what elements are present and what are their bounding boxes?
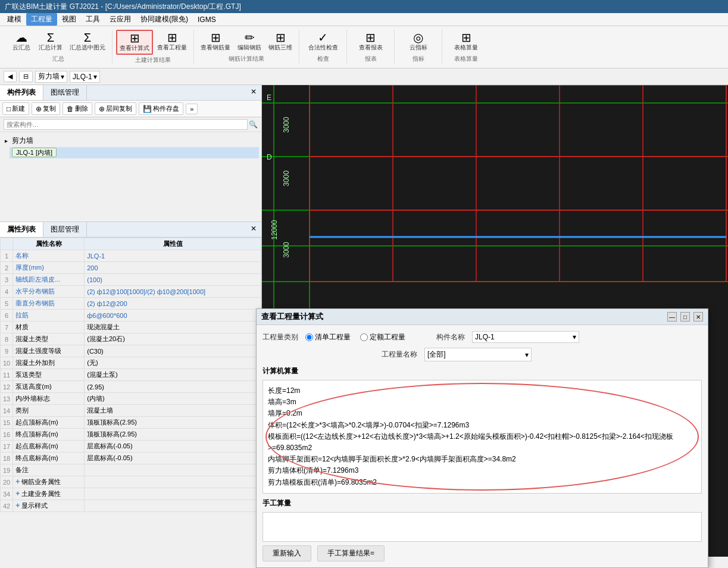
menu-item-cloud[interactable]: 云应用 [105,13,136,26]
view-quantity-button[interactable]: ⊞ 查看工程量 [154,30,190,55]
grid2-icon: ⊞ [167,32,177,43]
view-steel-button[interactable]: ⊞ 查看钢筋量 [198,30,233,54]
radio-qingdan[interactable]: 清单工程量 [305,332,351,342]
manual-result-button[interactable]: 手工算量结果= [317,545,385,561]
formula-area: 长度=12m墙高=3m墙厚=0.2m体积=(12<长度>*3<墙高>*0.2<墙… [263,380,702,494]
baobiao-items: ⊞ 查看报表 [356,30,386,54]
more-button[interactable]: » [186,104,198,114]
search-icon: 🔍 [249,120,258,129]
row-value[interactable]: (2) ф12@200 [85,298,261,310]
huizong-group-label: 汇总 [52,55,64,63]
radio-dinge-input[interactable] [360,333,368,341]
legal-check-button[interactable]: ✓ 合法性检查 [305,30,341,54]
row-name: 起点底标高(m) [13,441,85,452]
component-name-arrow: ▾ [573,333,576,341]
left-arrow-button[interactable]: ◀ [4,71,17,82]
row-value[interactable]: JLQ-1 [85,250,261,262]
row-name: 名称 [13,250,85,262]
edit-steel-label: 编辑钢筋 [238,43,261,52]
copy-component-button[interactable]: ⊕ 复制 [32,102,60,115]
component-badge[interactable]: JLQ-1 [内墙] [12,148,57,157]
selected-calc-button[interactable]: Σ 汇总选中图元 [67,30,108,54]
plus-icon[interactable]: + [15,489,20,498]
menu-item-build[interactable]: 建模 [2,13,26,26]
view-report-button[interactable]: ⊞ 查看报表 [356,30,386,54]
menu-item-collab[interactable]: 协同建模(限免) [136,13,193,26]
filter-id-value-box[interactable]: JLQ-1 ▾ [70,71,100,83]
ribbon-group-gangjin: ⊞ 查看钢筋量 ✏ 编辑钢筋 ⊞ 钢筋三维 钢筋计算结果 [194,30,299,63]
plus-icon[interactable]: + [15,501,20,510]
row-num: 10 [1,357,13,369]
delete-component-button[interactable]: 🗑 删除 [63,102,92,115]
formula-line: 墙高=3m [268,397,696,408]
filter-type-value: 剪力墙 [38,71,60,82]
radio-qingdan-input[interactable] [305,333,313,341]
row-name: + 土建业务属性 [13,488,85,500]
baobiao-group-label: 报表 [365,55,377,63]
row-value: (无) [85,357,261,369]
quantity-name-dropdown[interactable]: [全部] ▾ [424,348,532,361]
dialog-window-controls: — □ ✕ [667,312,703,322]
quantity-name-label: 工程量名称 [382,349,417,360]
dialog-close-button[interactable]: ✕ [693,312,703,322]
row-value[interactable]: (2) ф12@100[1000]/(2) ф10@200[1000] [85,286,261,298]
plus-icon[interactable]: + [15,478,20,486]
dialog-maximize-button[interactable]: □ [680,312,690,322]
search-input[interactable] [4,119,248,130]
row-value[interactable]: (100) [85,274,261,286]
component-panel-close[interactable]: ✕ [246,85,261,100]
filter-id-combo: JLQ-1 ▾ [70,71,100,83]
properties-table: 属性名称 属性值 1名称JLQ-12厚度(mm)2003轴线距左墙皮...(10… [0,238,261,512]
col-num [1,238,13,250]
legal-check-label: 合法性检查 [308,43,338,52]
tab-drawing-mgmt[interactable]: 图纸管理 [43,85,87,100]
attr-panel-close[interactable]: ✕ [246,222,261,237]
reinput-button[interactable]: 重新输入 [263,545,311,561]
layer-copy-button[interactable]: ⊕ 层间复制 [95,102,136,115]
save-component-button[interactable]: 💾 构件存盘 [139,102,183,115]
dialog-minimize-button[interactable]: — [667,312,677,322]
table-row: 8混凝土类型(混凝土20石) [1,333,261,345]
new-component-button[interactable]: □ 新建 [2,102,29,115]
menu-item-quantity[interactable]: 工程量 [26,13,57,26]
ribbon: ☁ 云汇总 Σ 汇总计算 Σ 汇总选中图元 汇总 ⊞ 查看计算式 [0,26,728,68]
cloud-index-button[interactable]: ◎ 云指标 [405,30,432,54]
filter-type-combo[interactable]: 剪力墙 ▾ [35,71,67,83]
tab-layer-mgmt[interactable]: 图层管理 [43,222,87,237]
row-num: 6 [1,310,13,322]
row-value[interactable]: ф6@600*600 [85,310,261,322]
manual-calc-area[interactable] [263,512,702,542]
ribbon-group-huizong: ☁ 云汇总 Σ 汇总计算 Σ 汇总选中图元 汇总 [5,30,113,63]
edit-steel-button[interactable]: ✏ 编辑钢筋 [235,30,264,54]
row-num: 11 [1,369,13,381]
row-value: 顶板顶标高(2.95) [85,429,261,441]
menu-item-view[interactable]: 视图 [57,13,81,26]
table-row: 16终点顶标高(m)顶板顶标高(2.95) [1,429,261,441]
tab-component-list[interactable]: 构件列表 [0,85,43,100]
component-name-dropdown[interactable]: JLQ-1 ▾ [472,331,579,343]
title-bar: 广联达BIM土建计量 GTJ2021 - [C:/Users/Administr… [0,0,728,13]
row-value: (C30) [85,345,261,357]
total-calc-button[interactable]: Σ 汇总计算 [36,30,65,54]
row-value[interactable]: 200 [85,262,261,274]
tree-root-item[interactable]: ▸ 剪力墙 [2,135,259,147]
radio-dinge[interactable]: 定额工程量 [360,332,405,342]
menu-bar: 建模 工程量 视图 工具 云应用 协同建模(限免) IGMS [0,13,728,26]
tab-attr-list[interactable]: 属性列表 [0,222,43,237]
steel-3d-button[interactable]: ⊞ 钢筋三维 [265,30,295,54]
cloud-summary-button[interactable]: ☁ 云汇总 [8,30,35,54]
row-value: (内墙) [85,393,261,405]
table-calc-button[interactable]: ⊞ 表格算量 [451,30,481,54]
menu-item-tools[interactable]: 工具 [81,13,105,26]
table-row: 11泵送类型(混凝土泵) [1,369,261,381]
filter-id-value: JLQ-1 [73,73,92,81]
tree-child-item[interactable]: JLQ-1 [内墙] [10,147,259,158]
row-value: 混凝土墙 [85,405,261,417]
formula-line: 墙厚=0.2m [268,408,696,419]
view-calc-button[interactable]: ⊞ 查看计算式 [116,30,153,55]
minus-button[interactable]: ⊟ [19,71,33,82]
cloud-index-label: 云指标 [410,43,427,52]
menu-item-igms[interactable]: IGMS [193,14,221,25]
ribbon-content: ☁ 云汇总 Σ 汇总计算 Σ 汇总选中图元 汇总 ⊞ 查看计算式 [0,27,728,67]
radio-dinge-label: 定额工程量 [370,332,405,342]
